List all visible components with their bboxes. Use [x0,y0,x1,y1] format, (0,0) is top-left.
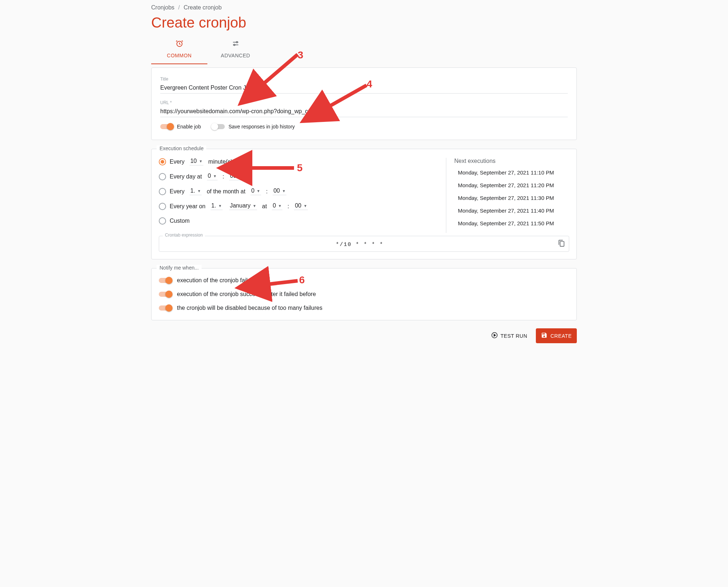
test-run-label: TEST RUN [501,333,528,339]
page-title: Create cronjob [151,15,577,31]
label: Every year on [170,203,206,210]
create-button[interactable]: CREATE [536,328,577,343]
label: Every [170,188,185,195]
chevron-down-icon: ▼ [197,189,201,193]
label: Every [170,159,185,165]
title-label: Title [160,77,568,82]
schedule-custom-row[interactable]: Custom [159,217,442,225]
tab-label: ADVANCED [221,53,250,58]
value: 00 [295,202,301,209]
notify-recover-toggle[interactable]: execution of the cronjob succeeds after … [159,291,569,297]
label: minute(s) [208,159,233,165]
next-exec-item: Monday, September 27, 2021 11:10 PM [454,169,569,176]
form-card: Title URL * Enable job Save responses in… [151,67,577,140]
save-icon [541,332,547,340]
label: Custom [170,218,190,224]
every-interval-select[interactable]: 10 ▼ [190,158,203,165]
svg-point-1 [236,42,237,43]
value: 00 [230,173,236,179]
crontab-value: */10 * * * * [336,242,384,248]
crontab-label: Crontab expression [163,233,205,238]
create-label: CREATE [550,333,572,339]
notify-section: Notify me when... execution of the cronj… [151,268,577,320]
next-exec-item: Monday, September 27, 2021 11:30 PM [454,195,569,201]
monthly-hour-select[interactable]: 0 ▼ [251,188,261,195]
daily-minute-select[interactable]: 00 ▼ [229,173,243,180]
crontab-box: Crontab expression */10 * * * * [159,236,569,252]
chevron-down-icon: ▼ [257,189,260,193]
monthly-minute-select[interactable]: 00 ▼ [273,188,286,195]
notify-disable-label: the cronjob will be disabled because of … [177,305,322,311]
schedule-yearly-row[interactable]: Every year on 1. ▼ January ▼ at 0 ▼ : [159,202,442,210]
schedule-every-row[interactable]: Every 10 ▼ minute(s) [159,158,442,165]
sliders-icon [207,40,264,49]
label: at [262,203,267,210]
notify-disable-toggle[interactable]: the cronjob will be disabled because of … [159,305,569,311]
radio-icon [159,188,166,195]
test-run-button[interactable]: TEST RUN [486,328,533,343]
notify-legend: Notify me when... [157,265,202,271]
tab-label: COMMON [167,53,191,58]
chevron-down-icon: ▼ [282,189,286,193]
save-responses-toggle[interactable]: Save responses in job history [212,124,295,130]
notify-recover-label: execution of the cronjob succeeds after … [177,291,316,297]
value: 0 [251,188,255,194]
copy-icon[interactable] [558,240,565,248]
save-responses-label: Save responses in job history [228,124,295,130]
next-exec-item: Monday, September 27, 2021 11:40 PM [454,208,569,214]
url-label: URL * [160,100,568,105]
yearly-hour-select[interactable]: 0 ▼ [272,202,282,210]
label: Every day at [170,173,202,180]
next-exec-item: Monday, September 27, 2021 11:20 PM [454,182,569,188]
svg-point-2 [233,44,235,46]
schedule-daily-row[interactable]: Every day at 0 ▼ : 00 ▼ [159,173,442,180]
title-input[interactable] [160,82,568,94]
breadcrumb-sep: / [178,4,179,11]
radio-icon [159,173,166,180]
chevron-down-icon: ▼ [199,159,203,163]
label: : [288,203,289,210]
notify-fail-toggle[interactable]: execution of the cronjob fails [159,277,569,284]
value: 1. [211,202,216,209]
chevron-down-icon: ▼ [253,204,256,208]
chevron-down-icon: ▼ [239,174,242,178]
breadcrumb-current: Create cronjob [183,4,222,11]
breadcrumb: Cronjobs / Create cronjob [151,4,577,11]
play-icon [491,332,498,340]
label: of the month at [207,188,245,195]
schedule-legend: Execution schedule [157,145,206,151]
tab-common[interactable]: COMMON [151,36,207,64]
schedule-monthly-row[interactable]: Every 1. ▼ of the month at 0 ▼ : 00 ▼ [159,188,442,195]
radio-icon [159,203,166,210]
next-exec-item: Monday, September 27, 2021 11:50 PM [454,220,569,226]
title-field: Title [160,77,568,94]
enable-job-toggle[interactable]: Enable job [160,124,201,130]
notify-fail-label: execution of the cronjob fails [177,277,251,284]
value: 1. [190,188,195,194]
daily-hour-select[interactable]: 0 ▼ [207,173,218,180]
value: 10 [190,158,197,164]
yearly-month-select[interactable]: January ▼ [229,202,257,210]
breadcrumb-root[interactable]: Cronjobs [151,4,174,11]
url-input[interactable] [160,106,568,117]
radio-icon [159,217,166,225]
chevron-down-icon: ▼ [213,174,217,178]
value: 00 [273,188,280,194]
radio-selected-icon [159,158,166,165]
chevron-down-icon: ▼ [278,204,282,208]
alarm-icon [151,40,207,49]
yearly-minute-select[interactable]: 00 ▼ [294,202,308,210]
tabs: COMMON ADVANCED [151,36,577,65]
label: : [223,173,224,180]
value: 0 [273,202,276,209]
schedule-section: Execution schedule Every 10 ▼ minute(s) … [151,149,577,259]
tab-advanced[interactable]: ADVANCED [207,36,264,64]
value: 0 [208,173,211,179]
footer-actions: TEST RUN CREATE [151,328,577,343]
label: : [266,188,268,195]
next-exec-title: Next executions [454,158,569,164]
enable-job-label: Enable job [177,124,201,130]
yearly-day-select[interactable]: 1. ▼ [211,202,223,210]
monthly-day-select[interactable]: 1. ▼ [190,188,202,195]
chevron-down-icon: ▼ [218,204,222,208]
